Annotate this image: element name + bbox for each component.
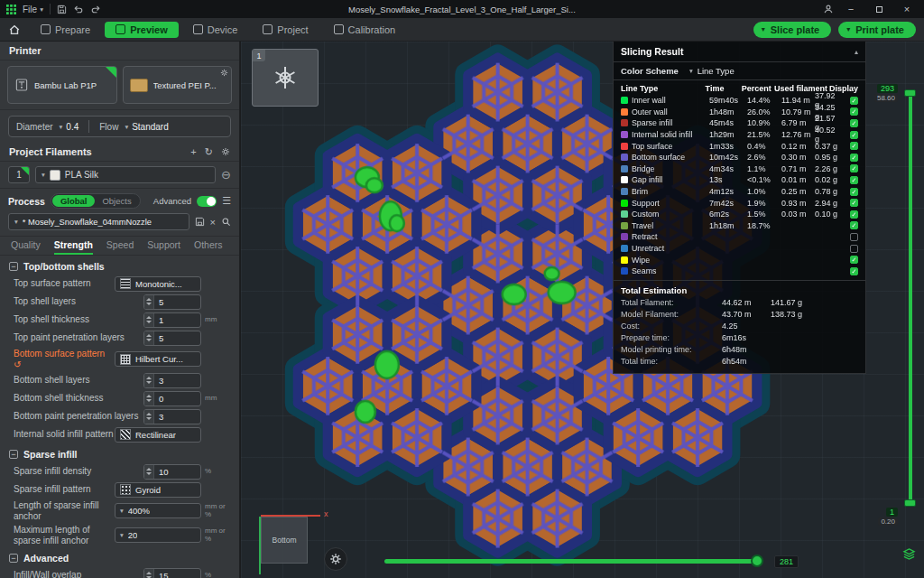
display-checkbox[interactable]: ✓ <box>850 176 858 184</box>
tab-preview[interactable]: Preview <box>105 22 179 38</box>
remove-filament-icon[interactable]: ⊖ <box>221 169 231 181</box>
setting-select[interactable]: Rectilinear <box>115 427 201 443</box>
display-checkbox[interactable]: ✓ <box>850 142 858 150</box>
color-scheme-select[interactable]: ▾ Line Type <box>689 66 735 76</box>
setting-combo[interactable]: ▾20 <box>115 527 201 543</box>
display-checkbox[interactable]: ✓ <box>850 256 858 264</box>
setting-input[interactable]: 1 <box>143 312 201 328</box>
plate-type-card[interactable]: Textured PEI P... <box>123 66 233 104</box>
setting-input[interactable]: 5 <box>143 294 201 310</box>
slice-plate-button[interactable]: ▾ Slice plate <box>753 22 831 38</box>
sync-filament-icon[interactable]: ↻ <box>205 146 213 158</box>
diameter-select[interactable]: ▾ 0.4 <box>60 122 79 132</box>
scope-global-button[interactable]: Global <box>52 195 96 207</box>
move-slider-handle[interactable] <box>751 555 763 567</box>
display-checkbox[interactable]: ✓ <box>850 221 858 229</box>
section-header[interactable]: −Advanced <box>0 547 239 566</box>
scope-objects-button[interactable]: Objects <box>95 195 138 207</box>
setting-input[interactable]: 15 <box>143 568 201 578</box>
setting-input[interactable]: 3 <box>143 409 201 424</box>
spinner-arrows[interactable] <box>144 569 154 578</box>
maximize-button[interactable] <box>868 0 890 18</box>
filament-settings-gear-icon[interactable] <box>221 147 230 156</box>
setting-select[interactable]: Monotonic... <box>115 276 201 292</box>
app-grid-icon[interactable] <box>6 5 16 14</box>
layer-slider-bottom-handle[interactable] <box>904 499 916 507</box>
layer-slider-rail[interactable] <box>909 94 912 502</box>
display-checkbox[interactable]: ✓ <box>850 154 858 162</box>
advanced-toggle[interactable] <box>197 196 217 207</box>
param-tab-speed[interactable]: Speed <box>106 239 134 255</box>
setting-input[interactable]: 5 <box>143 331 201 346</box>
tab-calibration[interactable]: Calibration <box>323 22 407 38</box>
print-dropdown-icon[interactable]: ▾ <box>846 25 850 33</box>
line-type-time: 1h29m <box>709 130 747 139</box>
collapse-panel-icon[interactable]: ▴ <box>855 48 858 56</box>
menu-icon[interactable]: ☰ <box>222 195 231 207</box>
spinner-arrows[interactable] <box>144 465 154 479</box>
setting-select[interactable]: Gyroid <box>115 482 201 498</box>
spinner-arrows[interactable] <box>144 392 154 406</box>
spinner-arrows[interactable] <box>144 313 154 327</box>
file-menu[interactable]: File ▾ <box>23 5 43 14</box>
display-checkbox[interactable] <box>850 245 858 253</box>
line-type-time: 7m42s <box>709 199 747 208</box>
flow-select[interactable]: ▾ Standard <box>125 122 168 132</box>
section-header[interactable]: −Sparse infill <box>0 443 239 462</box>
filament-select[interactable]: ▾ PLA Silk <box>35 166 216 183</box>
section-header[interactable]: −Top/bottom shells <box>0 256 239 275</box>
orientation-cube[interactable]: Bottom <box>261 517 308 564</box>
plate-settings-gear-icon[interactable] <box>220 69 228 79</box>
layer-slider-top-handle[interactable] <box>904 89 916 97</box>
close-button[interactable]: × <box>896 0 918 18</box>
setting-input[interactable]: 0 <box>143 391 201 406</box>
redo-icon[interactable] <box>90 4 101 14</box>
display-checkbox[interactable]: ✓ <box>850 199 858 207</box>
save-icon[interactable] <box>57 5 67 14</box>
spinner-arrows[interactable] <box>144 374 154 387</box>
user-icon[interactable] <box>823 4 834 14</box>
display-checkbox[interactable]: ✓ <box>850 267 858 275</box>
minimize-button[interactable]: − <box>840 0 862 18</box>
tab-project[interactable]: Project <box>252 22 319 38</box>
param-tab-support[interactable]: Support <box>147 239 180 255</box>
filament-index-chip[interactable]: 1 <box>8 166 30 183</box>
display-checkbox[interactable]: ✓ <box>850 131 858 139</box>
display-checkbox[interactable]: ✓ <box>850 119 858 127</box>
reset-icon[interactable]: ↺ <box>14 359 21 369</box>
layers-icon[interactable] <box>902 547 916 564</box>
display-checkbox[interactable]: ✓ <box>850 188 858 196</box>
spinner-arrows[interactable] <box>144 410 154 424</box>
viewport-3d[interactable]: 1 Slicing Result ▴ Color Scheme ▾ Line T… <box>241 42 924 578</box>
add-filament-icon[interactable]: + <box>190 146 196 157</box>
plate-thumbnail[interactable]: 1 <box>252 49 319 107</box>
move-slider-rail[interactable] <box>384 559 758 564</box>
tab-device[interactable]: Device <box>182 22 249 38</box>
setting-select[interactable]: Hilbert Cur... <box>115 351 201 367</box>
printer-card[interactable]: Bambu Lab P1P <box>7 66 117 104</box>
spinner-arrows[interactable] <box>144 295 154 309</box>
delete-preset-icon[interactable]: × <box>210 217 216 228</box>
param-tab-others[interactable]: Others <box>194 239 223 255</box>
setting-combo[interactable]: ▾400% <box>115 503 201 518</box>
spinner-arrows[interactable] <box>144 331 154 345</box>
search-icon[interactable] <box>221 217 231 227</box>
setting-input[interactable]: 3 <box>143 373 201 388</box>
display-checkbox[interactable]: ✓ <box>850 107 858 116</box>
param-tab-quality[interactable]: Quality <box>11 239 41 255</box>
undo-icon[interactable] <box>73 4 84 14</box>
display-checkbox[interactable] <box>850 233 858 241</box>
print-plate-button[interactable]: ▾ Print plate <box>838 22 916 38</box>
home-icon[interactable] <box>8 23 21 36</box>
display-checkbox[interactable]: ✓ <box>850 97 858 105</box>
view-settings-gear-button[interactable] <box>324 547 347 571</box>
save-preset-icon[interactable] <box>195 217 205 227</box>
process-preset-select[interactable]: ▾ * Mosely_Snowflake_04mmNozzle <box>8 213 189 230</box>
tab-prepare[interactable]: Prepare <box>30 22 101 38</box>
display-checkbox[interactable]: ✓ <box>850 164 858 172</box>
input-value: 0 <box>159 394 163 404</box>
display-checkbox[interactable]: ✓ <box>850 210 858 219</box>
slice-dropdown-icon[interactable]: ▾ <box>762 25 765 33</box>
setting-input[interactable]: 10 <box>143 464 201 480</box>
param-tab-strength[interactable]: Strength <box>54 239 93 255</box>
